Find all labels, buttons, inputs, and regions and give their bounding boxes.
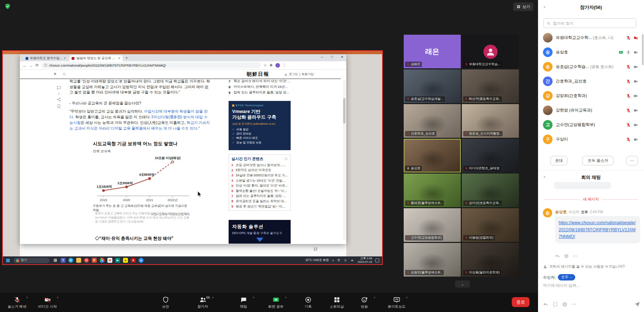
more-icon[interactable]: ⋯ — [572, 302, 577, 307]
reload-button[interactable]: ⟳ — [35, 63, 39, 68]
view-button[interactable]: 보기 — [513, 2, 533, 11]
toolbar-record-button[interactable]: 기록 — [294, 294, 322, 311]
menu-hamburger-icon[interactable]: ≡ — [54, 72, 56, 76]
camera-off-icon[interactable] — [633, 35, 638, 40]
participant-row[interactable]: 강강정희(간호학과) — [538, 89, 642, 103]
participant-row[interactable]: 강현영 (유아교육과) — [538, 103, 642, 118]
browser-tab[interactable]: 유원대학교 원격수업... ✕ — [23, 55, 68, 61]
chrome-icon[interactable] — [100, 258, 105, 263]
mic-muted-icon[interactable] — [626, 35, 631, 40]
bookmark-icon[interactable] — [56, 104, 61, 109]
chat-link[interactable]: https://www.chosun.com/national/people/2… — [559, 220, 635, 239]
mic-muted-icon[interactable] — [626, 108, 631, 113]
video-tile[interactable]: 송효섭(교수학습개발... — [404, 69, 461, 103]
popular-item[interactable]: 28천억도 넘어선 미국로또 — [231, 168, 288, 173]
toolbar-shield-button[interactable]: 보안 — [151, 294, 180, 311]
participant-search[interactable] — [543, 18, 636, 28]
participants-scrollbar[interactable] — [642, 34, 644, 65]
video-tile[interactable]: 래은김래은 — [404, 35, 461, 68]
send-button[interactable] — [634, 301, 640, 307]
weather-status[interactable]: 32°C 대체로 화창 — [306, 258, 329, 262]
adobe-icon[interactable]: A — [131, 258, 136, 263]
video-tile[interactable]: 고수연(교양융합학부) — [404, 208, 461, 242]
video-tile[interactable]: 김원진(블루밍넥스트.. — [404, 243, 461, 277]
popular-item[interactable]: 5만성 '비염' 환자, 절대로 '이것' 바르... — [231, 183, 288, 188]
menu-dots-icon[interactable]: ⋮ — [282, 63, 286, 68]
mic-muted-icon[interactable] — [626, 64, 631, 69]
end-meeting-button[interactable]: 종료 — [512, 297, 530, 307]
invite-button[interactable]: 초대 — [550, 156, 567, 165]
powerpoint-icon[interactable]: P — [92, 258, 97, 263]
popular-item[interactable]: 8최저금리로 돈을 빌리는 최적의 대... — [231, 199, 288, 204]
mute-all-button[interactable]: 모두 음소거 — [582, 156, 614, 165]
toolbar-breakout-button[interactable]: 소회의실 — [323, 294, 351, 311]
participant-search-input[interactable] — [553, 21, 633, 25]
popular-item[interactable]: 6혈액순환 불끈! 손발저림도 싹~ '이... — [231, 188, 288, 194]
zoom-icon[interactable]: ■ — [139, 258, 144, 263]
minimize-button[interactable]: ─ — [321, 55, 323, 59]
quote-icon[interactable] — [543, 302, 548, 307]
popular-item[interactable]: 9폐경 후 갱년기 '쭉면껄갑' 밤~ '이... — [231, 204, 288, 209]
mic-muted-icon[interactable] — [626, 79, 631, 84]
camera-on-icon[interactable] — [633, 137, 638, 142]
forward-button[interactable]: → — [29, 63, 33, 68]
ranking-item[interactable]: 9집에 있는 글루타치온 필름, 당장 갖... — [229, 90, 291, 95]
address-bar[interactable]: ⓘ chosun.com/national/people/2022/08/19/… — [41, 62, 261, 68]
volume-icon[interactable] — [351, 259, 354, 262]
chevron-up-icon[interactable]: ∧ — [212, 296, 214, 299]
video-tile[interactable]: 유원대학교교수학습... — [462, 35, 519, 68]
meet-icon[interactable]: ▶ — [115, 258, 120, 263]
recipient-selector[interactable]: 모두⌄ — [558, 274, 575, 280]
emoji-reaction-icon[interactable] — [564, 254, 569, 259]
camera-on-icon[interactable] — [633, 64, 638, 69]
more-icon[interactable]: ⋯ — [573, 254, 578, 259]
bookmark-star-icon[interactable]: ☆ — [263, 63, 267, 68]
mic-muted-icon[interactable] — [626, 123, 631, 127]
mic-on-icon[interactable] — [626, 50, 631, 55]
site-search-icon[interactable] — [62, 72, 66, 76]
folder-icon[interactable] — [76, 258, 81, 263]
more-options-button[interactable]: ⋯ — [626, 156, 638, 165]
maximize-button[interactable]: □ — [331, 55, 333, 59]
taskbar-search[interactable]: 찾기 — [13, 258, 50, 263]
ranking-item[interactable]: 7묵은 검버섯 레이저 하지 대신 '이것' 발... — [229, 78, 291, 84]
toolbar-participants-button[interactable]: 참가자56∧ — [189, 294, 217, 311]
reply-icon[interactable] — [555, 254, 560, 259]
chevron-up-icon[interactable]: ∧ — [406, 296, 408, 299]
popular-item[interactable]: 4소변발 샘기는 20대도 '이것' 전립선... — [231, 178, 288, 183]
popular-item[interactable]: 7집에 있는 글루타치온 필름, 당장 갖... — [231, 194, 288, 199]
participant-row[interactable]: 간간호학과_김선호 — [538, 74, 642, 89]
chevron-up-icon[interactable]: ∧ — [253, 296, 254, 299]
scrollbar-thumb[interactable] — [343, 98, 346, 124]
camera-on-icon[interactable] — [633, 50, 638, 55]
tray-expand-icon[interactable]: ∧ — [332, 259, 334, 262]
video-tile[interactable]: 허선주(중등특수교육.. — [462, 69, 519, 103]
camera-on-icon[interactable] — [633, 123, 638, 127]
chat-input[interactable] — [543, 283, 632, 288]
new-tab-button[interactable]: + — [125, 56, 128, 60]
task-view-icon[interactable]: ⊞ — [53, 258, 58, 263]
participant-row[interactable]: 유원대학교교수학... (호스트, 나) — [538, 30, 642, 45]
camera-on-icon[interactable] — [633, 108, 638, 113]
chevron-up-icon[interactable]: ∧ — [57, 296, 58, 299]
participant-row[interactable]: 송송상호 — [538, 45, 642, 59]
edge-icon[interactable]: e — [68, 258, 73, 263]
video-tile[interactable]: 정문성_도시지적행정.. — [462, 104, 519, 138]
toolbar-share-button[interactable]: 화면 공유∧ — [262, 294, 290, 311]
participant-row[interactable]: 구구상미 — [538, 132, 642, 147]
popular-item[interactable]: 334살에 연봉 5000만원이면 듀오 가... — [231, 173, 288, 178]
language-indicator[interactable]: 한 — [337, 258, 341, 262]
browser-tab-active[interactable]: '실업자 양성소 된 공교육 현장... ✕ — [69, 55, 123, 61]
camera-on-icon[interactable] — [633, 93, 638, 98]
participant-row[interactable]: 고고수연(교양융합학부) — [538, 118, 642, 132]
video-tile[interactable]: 송상호 — [404, 139, 461, 172]
kakaotalk-icon[interactable]: ● — [123, 258, 128, 263]
gmail-icon[interactable]: M — [107, 258, 112, 263]
video-tile[interactable]: 미디어콘텐츠_윤태영 — [462, 139, 519, 172]
video-tile[interactable]: 이상용(물리치료학과) — [462, 243, 519, 277]
info-icon[interactable] — [284, 157, 288, 161]
toolbar-whiteboard-button[interactable]: 화이트보드∧ — [382, 294, 411, 311]
network-icon[interactable] — [343, 259, 347, 262]
ad-vmware-cloud[interactable]: BTOS Technologies Vmware 기반 가상화 클라우드 구축 … — [229, 101, 291, 150]
popular-item[interactable]: 1손등 검버섯엔 없으니 젊어보여...시... — [231, 163, 288, 168]
